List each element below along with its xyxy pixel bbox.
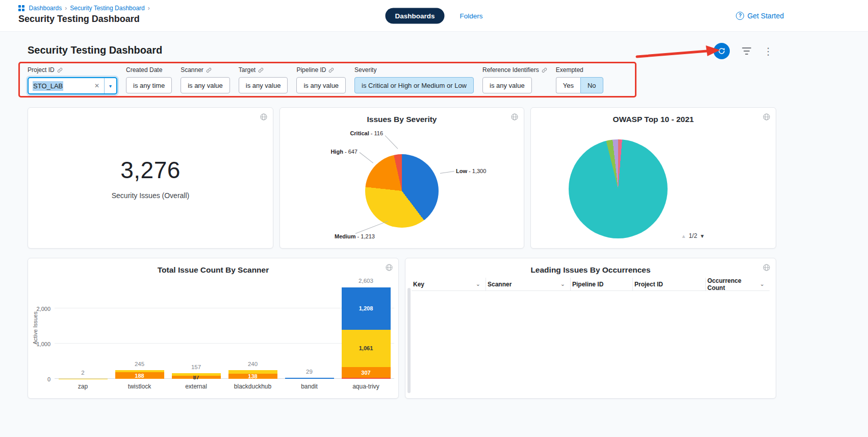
bar-segment <box>228 370 277 374</box>
bar-stack: 87 <box>172 373 221 379</box>
exempted-no-button[interactable]: No <box>580 77 603 93</box>
tab-dashboards[interactable]: Dashboards <box>385 8 444 23</box>
segment-value-label: 138 <box>228 374 277 379</box>
link-icon <box>57 67 63 73</box>
sort-chevron-icon: ⌄ <box>476 281 480 287</box>
bar-total-label: 157 <box>168 364 224 370</box>
bar-aqua-trivy[interactable]: 3071,0611,2082,603 <box>338 277 394 379</box>
project-id-value: STO_LAB <box>33 81 63 91</box>
bar-stack: 138 <box>228 370 277 379</box>
tiles-row-2: Total Issue Count By Scanner Active Issu… <box>28 258 776 399</box>
table-header: Key⌄Scanner⌄Pipeline IDProject IDOccurre… <box>412 278 770 291</box>
refresh-button[interactable] <box>713 43 730 59</box>
bar-segment: 1,061 <box>342 330 391 367</box>
top-navigation-bar: Dashboards › Security Testing Dashboard … <box>0 0 868 32</box>
issues-by-severity-pie[interactable] <box>365 154 439 228</box>
filter-label: Project ID <box>28 66 55 74</box>
y-axis-label: Active Issues <box>32 311 38 345</box>
exempted-yes-button[interactable]: Yes <box>556 77 580 93</box>
breadcrumb: Dashboards › Security Testing Dashboard … <box>18 5 150 12</box>
pipeline-id-filter-button[interactable]: is any value <box>296 77 346 93</box>
segment-value-label: 307 <box>342 370 391 375</box>
chart-title: Issues By Severity <box>280 115 524 124</box>
bar-bandit[interactable]: 29 <box>281 277 338 379</box>
pagination-label: 1/2 <box>688 232 697 239</box>
dashboard-filters-button[interactable] <box>740 45 753 57</box>
bar-segment <box>172 373 221 376</box>
get-started-link[interactable]: ? Get Started <box>736 12 784 20</box>
column-header-key[interactable]: Key⌄ <box>412 278 486 290</box>
target-filter-button[interactable]: is any value <box>239 77 288 93</box>
reference-identifiers-filter-button[interactable]: is any value <box>482 77 532 93</box>
column-header-pipeline-id[interactable]: Pipeline ID <box>571 278 633 290</box>
breadcrumb-security-testing-dashboard[interactable]: Security Testing Dashboard <box>70 5 145 12</box>
severity-filter-button[interactable]: is Critical or High or Medium or Low <box>354 77 474 93</box>
metric-value: 3,276 <box>120 156 181 184</box>
page-down-icon[interactable]: ▼ <box>700 233 705 239</box>
filter-severity: Severity is Critical or High or Medium o… <box>354 66 474 93</box>
link-icon <box>542 67 547 73</box>
help-icon: ? <box>736 12 744 20</box>
globe-icon[interactable] <box>385 263 393 273</box>
page-up-icon[interactable]: ▲ <box>681 233 686 239</box>
dashboard-actions: ⋮ <box>713 43 773 59</box>
clear-icon[interactable]: ✕ <box>90 82 104 89</box>
tile-total-issue-count-by-scanner: Total Issue Count By Scanner Active Issu… <box>28 258 399 399</box>
filter-icon <box>742 47 751 49</box>
filter-project-id: Project ID STO_LAB ✕ ▾ <box>28 66 117 94</box>
pie-label-medium: Medium - 1,213 <box>335 233 375 239</box>
y-tick-label: 2,000 <box>29 306 50 312</box>
segment-value-label: 1,208 <box>342 306 391 311</box>
bar-blackduckhub[interactable]: 138240 <box>224 277 281 379</box>
pie-label-low: Low - 1,300 <box>456 168 486 174</box>
created-date-filter-button[interactable]: is any time <box>126 77 172 93</box>
column-header-occurrence-count[interactable]: Occurrence Count⌄ <box>706 278 770 290</box>
bar-segment <box>342 378 391 379</box>
sort-chevron-icon: ⌄ <box>760 281 764 287</box>
globe-icon[interactable] <box>510 113 519 123</box>
scanner-filter-button[interactable]: is any value <box>181 77 230 93</box>
column-label: Pipeline ID <box>572 281 603 288</box>
column-header-scanner[interactable]: Scanner⌄ <box>486 278 571 290</box>
globe-icon[interactable] <box>762 263 771 273</box>
bar-segment <box>115 370 164 372</box>
scanner-bar-plot: 01,0002,000218824587157138240293071,0611… <box>55 277 394 379</box>
leader-line <box>355 221 388 234</box>
pie-label-critical: Critical - 116 <box>326 130 383 136</box>
column-header-project-id[interactable]: Project ID <box>633 278 706 290</box>
globe-icon[interactable] <box>260 113 268 123</box>
bar-twistlock[interactable]: 188245 <box>111 277 168 379</box>
chart-title: Total Issue Count By Scanner <box>28 265 398 275</box>
x-axis-category-label: external <box>168 383 224 390</box>
segment-value-label: 1,061 <box>342 346 391 351</box>
segment-value-label: 188 <box>115 373 164 378</box>
leader-line <box>440 171 454 174</box>
x-axis-category-label: zap <box>55 383 111 390</box>
chart-title: OWASP Top 10 - 2021 <box>531 115 776 124</box>
bar-zap[interactable]: 2 <box>55 277 111 379</box>
bar-segment: 1,208 <box>342 287 391 330</box>
bar-segment: 307 <box>342 367 391 378</box>
table-scrollbar[interactable] <box>407 288 411 393</box>
globe-icon[interactable] <box>762 113 771 123</box>
bar-stack: 188 <box>115 370 164 379</box>
project-id-filter-select[interactable]: STO_LAB ✕ ▾ <box>28 77 117 94</box>
breadcrumb-dashboards[interactable]: Dashboards <box>29 5 62 12</box>
dropdown-caret-icon[interactable]: ▾ <box>104 78 116 93</box>
filter-target: Target is any value <box>239 66 288 93</box>
leader-line <box>360 152 373 163</box>
filter-reference-identifiers: Reference Identifiers is any value <box>482 66 547 93</box>
bar-total-label: 245 <box>111 361 168 367</box>
more-options-button[interactable]: ⋮ <box>763 46 773 56</box>
tab-folders[interactable]: Folders <box>460 12 483 19</box>
scanner-x-labels: zaptwistlockexternalblackduckhubbanditaq… <box>55 383 394 390</box>
metric-label: Security Issues (Overall) <box>112 191 189 200</box>
tile-owasp-top-10-2021: OWASP Top 10 - 2021 ▲ 1/2 ▼ <box>530 107 776 249</box>
refresh-icon <box>718 47 726 55</box>
breadcrumb-separator-icon: › <box>65 5 67 12</box>
owasp-pie[interactable] <box>569 139 668 238</box>
filter-label: Created Date <box>126 66 162 74</box>
filter-label: Reference Identifiers <box>482 66 539 74</box>
column-label: Project ID <box>634 281 663 288</box>
bar-external[interactable]: 87157 <box>168 277 224 379</box>
